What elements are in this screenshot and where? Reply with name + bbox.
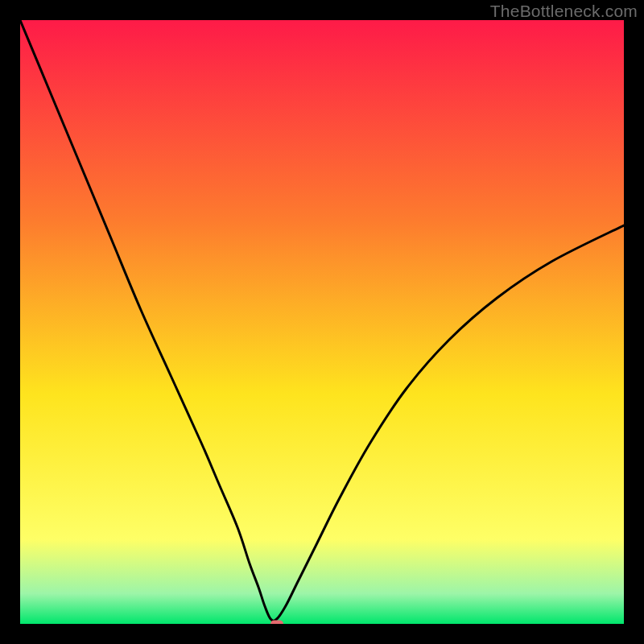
watermark-text: TheBottleneck.com — [490, 2, 638, 21]
plot-area — [20, 20, 624, 624]
chart-frame: TheBottleneck.com — [0, 0, 644, 644]
plot-svg — [20, 20, 624, 624]
optimum-marker — [270, 621, 283, 625]
